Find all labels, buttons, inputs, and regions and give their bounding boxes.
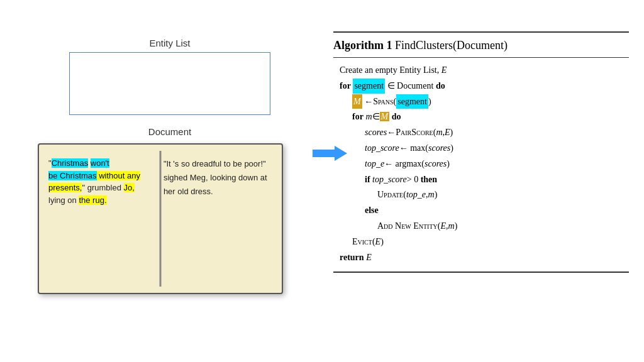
algo-line-11: Add New Entity(E, m) — [340, 219, 629, 234]
algo-line-6: top_score ← max(scores) — [340, 141, 629, 156]
algo-line-12: Evict(E) — [340, 234, 629, 250]
document-label: Document — [38, 126, 302, 137]
algo-line-4: for m ∈ M do — [340, 109, 629, 124]
algo-line-13: return E — [340, 250, 629, 265]
algorithm-body: Create an empty Entity List, E for segme… — [333, 63, 629, 265]
algo-line-1: Create an empty Entity List, E — [340, 63, 629, 78]
text-quote-open: " — [48, 158, 52, 168]
algo-line-3: M ← Spans(segment) — [340, 94, 629, 109]
book-spine — [160, 151, 162, 287]
algo-line-2: for segment ∈ Document do — [340, 79, 629, 94]
algorithm-name: FindClusters(Document) — [395, 39, 508, 52]
text-therug-highlight: the rug. — [79, 195, 106, 205]
algorithm-label: Algorithm 1 — [333, 39, 395, 52]
entity-list-label: Entity List — [38, 38, 302, 48]
entity-list-box — [69, 52, 270, 115]
text-grumbled: grumbled — [87, 183, 124, 192]
text-lying: lying on — [48, 195, 79, 205]
book-right-text: "It 's so dreadful to be poor!" sighed M… — [164, 159, 267, 196]
algo-line-10: else — [340, 203, 629, 218]
algorithm-box: Algorithm 1 FindClusters(Document) Creat… — [333, 31, 629, 273]
algo-line-5: scores ← PairScore(m, E) — [340, 125, 629, 140]
algo-line-8: if top_score > 0 then — [340, 172, 629, 187]
algorithm-title: Algorithm 1 FindClusters(Document) — [333, 39, 629, 58]
book-container: "Christmas won'tbe Christmas without any… — [38, 143, 283, 294]
text-jo-highlight: Jo, — [124, 183, 135, 192]
text-christmas-highlight: Christmas — [52, 158, 89, 168]
algo-line-7: top_e ← argmax(scores) — [340, 156, 629, 172]
right-panel: Algorithm 1 FindClusters(Document) Creat… — [333, 31, 629, 273]
left-panel: Entity List Document "Christmas won'tbe … — [38, 38, 302, 294]
algo-line-9: Update(top_e, m) — [340, 187, 629, 202]
book-left-page: "Christmas won'tbe Christmas without any… — [48, 157, 156, 280]
book-right-page: "It 's so dreadful to be poor!" sighed M… — [156, 157, 272, 280]
